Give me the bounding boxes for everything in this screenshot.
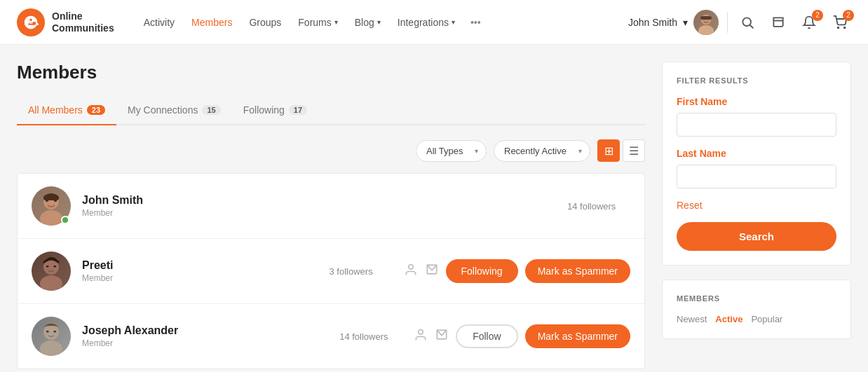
list-view-btn[interactable]: ☰ [623, 139, 645, 162]
filter-results-title: FILTER RESULTS [677, 76, 836, 85]
svg-point-12 [40, 210, 62, 226]
type-filter-wrap: All Types ▾ [416, 140, 487, 162]
svg-point-20 [408, 264, 413, 269]
message-icon[interactable] [425, 263, 439, 280]
mark-spammer-button[interactable]: Mark as Spammer [525, 259, 630, 283]
members-tabs: Newest Active Popular [677, 314, 836, 324]
table-row: John Smith Member 14 followers [18, 174, 644, 239]
navbar: OnlineCommunities Activity Members Group… [0, 0, 868, 45]
svg-point-7 [742, 18, 751, 26]
grid-view-btn[interactable]: ⊞ [597, 139, 620, 162]
user-name: John Smith [628, 17, 677, 28]
notification-badge: 2 [812, 10, 823, 21]
svg-point-10 [844, 27, 846, 28]
member-info: Joseph Alexander Member [82, 324, 328, 348]
view-toggle: ⊞ ☰ [597, 139, 645, 162]
tabs: All Members 23 My Connections 15 Followi… [17, 97, 645, 125]
svg-rect-19 [54, 266, 57, 268]
first-name-input[interactable] [677, 113, 836, 137]
nav-integrations[interactable]: Integrations ▾ [391, 11, 462, 34]
last-name-input[interactable] [677, 165, 836, 188]
svg-rect-6 [700, 16, 712, 20]
notifications-icon-btn[interactable]: 2 [798, 11, 820, 34]
members-tab-popular[interactable]: Popular [751, 314, 782, 324]
sidebar: FILTER RESULTS First Name Last Name Rese… [662, 62, 851, 369]
members-tab-newest[interactable]: Newest [677, 314, 707, 324]
members-card: MEMBERS Newest Active Popular [662, 280, 851, 339]
tab-my-connections-count: 15 [202, 105, 220, 115]
avatar [32, 252, 71, 291]
search-button[interactable]: Search [677, 222, 836, 251]
profile-icon[interactable] [414, 328, 428, 345]
member-role: Member [82, 208, 556, 218]
member-avatar-wrap [32, 186, 71, 226]
logo-icon [17, 8, 45, 36]
nav-groups[interactable]: Groups [242, 11, 288, 34]
nav-more[interactable]: ••• [465, 11, 487, 34]
following-button[interactable]: Following [446, 259, 518, 283]
cart-badge: 2 [843, 10, 854, 21]
svg-point-2 [698, 25, 714, 35]
nav-links: Activity Members Groups Forums ▾ Blog ▾ … [137, 11, 487, 34]
first-name-label: First Name [677, 96, 836, 107]
logo[interactable]: OnlineCommunities [17, 8, 114, 36]
members-tab-active[interactable]: Active [715, 314, 742, 324]
member-role: Member [82, 273, 318, 283]
page-title: Members [17, 62, 645, 83]
sort-filter[interactable]: Recently Active Newest Alphabetical [494, 140, 590, 162]
tab-following[interactable]: Following 17 [232, 97, 318, 125]
inbox-icon-btn[interactable] [767, 11, 789, 34]
svg-point-17 [40, 275, 62, 291]
page-wrap: Members All Members 23 My Connections 15… [0, 45, 868, 372]
member-followers: 3 followers [330, 266, 393, 277]
filter-results-card: FILTER RESULTS First Name Last Name Rese… [662, 62, 851, 266]
last-name-label: Last Name [677, 148, 836, 159]
nav-forums[interactable]: Forums ▾ [291, 11, 344, 34]
nav-right: John Smith ▾ 2 [628, 10, 851, 35]
mark-spammer-button[interactable]: Mark as Spammer [525, 324, 630, 348]
main-content: Members All Members 23 My Connections 15… [17, 62, 645, 369]
svg-point-22 [40, 340, 62, 356]
nav-members[interactable]: Members [184, 11, 239, 34]
tab-all-members-count: 23 [87, 105, 105, 115]
member-role: Member [82, 338, 328, 348]
user-avatar [693, 10, 719, 35]
svg-point-9 [838, 27, 839, 28]
member-name: Joseph Alexander [82, 324, 328, 337]
sort-filter-wrap: Recently Active Newest Alphabetical ▾ [494, 140, 590, 162]
member-name: Preeti [82, 259, 318, 272]
nav-divider [727, 12, 728, 33]
cart-icon-btn[interactable]: 2 [829, 11, 851, 34]
members-title: MEMBERS [677, 294, 836, 303]
nav-activity[interactable]: Activity [137, 11, 182, 34]
member-avatar-wrap [32, 317, 71, 356]
filters-bar: All Types ▾ Recently Active Newest Alpha… [17, 139, 645, 162]
tab-my-connections[interactable]: My Connections 15 [116, 97, 232, 125]
member-followers: 14 followers [339, 331, 402, 342]
search-icon-btn[interactable] [736, 11, 759, 34]
reset-link[interactable]: Reset [677, 200, 836, 211]
table-row: Joseph Alexander Member 14 followers Fol… [18, 304, 644, 368]
profile-icon[interactable] [404, 263, 418, 280]
member-info: John Smith Member [82, 194, 556, 218]
svg-point-25 [419, 329, 423, 334]
logo-text: OnlineCommunities [52, 11, 114, 34]
svg-rect-24 [54, 331, 57, 333]
svg-point-21 [43, 324, 59, 340]
tab-all-members[interactable]: All Members 23 [17, 97, 116, 125]
member-info: Preeti Member [82, 259, 318, 283]
type-filter[interactable]: All Types [416, 140, 487, 162]
follow-button[interactable]: Follow [456, 324, 517, 348]
avatar [32, 317, 71, 356]
tab-following-count: 17 [289, 105, 307, 115]
nav-blog[interactable]: Blog ▾ [348, 11, 388, 34]
member-actions: Follow Mark as Spammer [414, 324, 630, 348]
member-name: John Smith [82, 194, 556, 207]
svg-rect-23 [46, 331, 49, 333]
svg-rect-18 [46, 266, 49, 268]
member-actions: Following Mark as Spammer [404, 259, 631, 283]
member-followers: 14 followers [567, 201, 630, 212]
user-menu[interactable]: John Smith ▾ [628, 10, 719, 35]
online-indicator [61, 216, 69, 224]
message-icon[interactable] [435, 328, 449, 345]
